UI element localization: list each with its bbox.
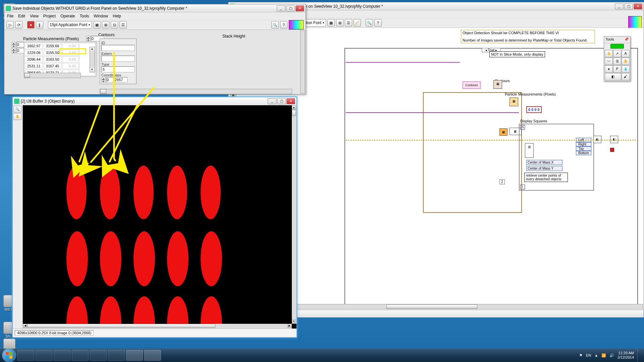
cell-0-0[interactable]: 1662.97	[25, 43, 43, 49]
tray-date[interactable]: 2/12/2014	[618, 355, 634, 360]
contours-terminal[interactable]: Contours	[463, 81, 481, 89]
tray-lang[interactable]: EN	[586, 353, 591, 357]
seq-frame-1[interactable]: ▦ ◧ 2 Center of Mass X Center of Mass Y …	[423, 92, 522, 213]
img-hscroll-thumb[interactable]	[28, 324, 215, 328]
fp-pause-button[interactable]: ‖	[36, 21, 43, 28]
task-labview1[interactable]	[126, 350, 143, 361]
fp-menu-operate[interactable]: Operate	[60, 14, 75, 18]
start-button[interactable]	[2, 348, 16, 362]
taskbar[interactable]: ⚑ EN ▲ 📶 🔊 11:20 AM 2/12/2014	[0, 349, 644, 362]
search-button[interactable]: 🔍	[366, 19, 373, 26]
for-loop[interactable]: N i ▥ Left Right Top Bottom	[519, 124, 594, 191]
contours-indicator[interactable]: ▦	[493, 80, 502, 89]
task-labview2[interactable]	[144, 350, 161, 361]
fp-close-button[interactable]: ✕	[296, 5, 304, 11]
dir-bottom[interactable]: Bottom	[576, 151, 591, 155]
img-vscroll-thumb[interactable]	[292, 110, 296, 116]
overlay-node-1[interactable]: ◧	[593, 136, 601, 143]
pm-table[interactable]: 1662.973159.660.00▲▼ 1229.063155.500.00 …	[24, 42, 96, 77]
align-button[interactable]: ▦	[327, 19, 335, 26]
tool-probe[interactable]: P	[613, 65, 621, 73]
overlay-node-2[interactable]: ◧	[610, 136, 618, 143]
case-structure[interactable]: ◂ True ▸ NOT in Slice Mode, only display…	[344, 48, 638, 306]
fp-help-button[interactable]: ?	[280, 21, 287, 28]
cell-3-2[interactable]: 0.00	[62, 63, 78, 69]
tool-scroll[interactable]: ✋	[622, 58, 630, 65]
close-button[interactable]: ✕	[634, 3, 642, 9]
fp-run-cont-button[interactable]: ⟳	[15, 21, 22, 28]
distribute-button[interactable]: ⊞	[336, 19, 343, 26]
help-button[interactable]: ?	[374, 19, 382, 26]
fp-menu-window[interactable]: Window	[94, 14, 108, 18]
task-folder[interactable]	[108, 350, 125, 361]
bd-hscroll-thumb[interactable]	[386, 304, 477, 309]
tool-popup[interactable]: ☰	[613, 58, 621, 65]
tool-break[interactable]: ●	[605, 65, 613, 73]
cell-1-0[interactable]: 1229.06	[25, 50, 43, 56]
fp-vscroll[interactable]	[300, 31, 305, 94]
task-notepad[interactable]	[54, 350, 70, 361]
cell-2-1[interactable]: 3163.50	[44, 56, 62, 62]
img-hscroll[interactable]: ◀ ▶	[23, 324, 292, 328]
table-hscroll[interactable]	[24, 73, 81, 78]
cell-3-0[interactable]: 2531.11	[25, 63, 43, 69]
img-canvas[interactable]: ▲ ▼ ◀ ▶	[23, 105, 297, 328]
fp-run-button[interactable]: ▷	[6, 21, 14, 28]
tray-time[interactable]: 11:20 AM	[618, 351, 634, 355]
tray-network-icon[interactable]: 📶	[601, 353, 606, 358]
unbundle-node[interactable]: ▥	[525, 143, 534, 158]
array-indicator[interactable]: 0 0 0 0	[526, 106, 542, 113]
cell-0-1[interactable]: 3159.66	[44, 43, 62, 49]
fp-abort-button[interactable]: ●	[27, 21, 35, 28]
tray-volume-icon[interactable]: 🔊	[609, 353, 614, 358]
node-bundle1[interactable]: ▦	[499, 128, 507, 136]
tray-flag-icon[interactable]: ⚑	[579, 353, 583, 358]
task-paint[interactable]	[72, 350, 89, 361]
tools-pin-icon[interactable]: 📌	[624, 37, 629, 42]
tool-color-copy[interactable]: 💧	[622, 65, 630, 73]
cell-0-2[interactable]: 0.00	[62, 43, 78, 49]
tray-up-icon[interactable]: ▲	[594, 353, 598, 357]
pm-indicator[interactable]: ▦	[509, 98, 518, 106]
fp-menu-edit[interactable]: Edit	[18, 14, 25, 18]
color-constant[interactable]	[610, 148, 614, 152]
img-close-button[interactable]: ✕	[286, 98, 295, 104]
fp-titlebar[interactable]: Save Individual Objects WITHOUT GRID.vi …	[4, 4, 306, 12]
dir-top[interactable]: Top	[576, 146, 591, 151]
fp-menu-help[interactable]: Help	[113, 14, 121, 18]
contour-cluster-4[interactable]: IDExternType5Coordinates▲▼	[100, 39, 137, 84]
cleanup-button[interactable]: 🧹	[354, 19, 361, 26]
show-desktop-button[interactable]	[637, 349, 640, 362]
fp-vi-icon[interactable]	[289, 20, 304, 29]
tool-operate[interactable]: 👆	[605, 50, 613, 57]
cell-2-0[interactable]: 2096.44	[25, 56, 43, 62]
img-vscroll[interactable]: ▲ ▼	[292, 105, 297, 324]
tool-wire[interactable]: 〰	[605, 58, 613, 65]
hand-tool[interactable]: ✋	[13, 113, 21, 120]
minimize-button[interactable]: _	[615, 3, 624, 9]
fp-minimize-button[interactable]: _	[277, 5, 285, 11]
fp-search-button[interactable]: 🔍	[271, 21, 279, 28]
clusters-hscroll[interactable]	[100, 89, 292, 94]
tool-position[interactable]: ➚	[613, 50, 621, 57]
table-vscroll[interactable]: ▲▼	[90, 47, 95, 72]
fp-menu-view[interactable]: View	[30, 14, 39, 18]
dir-right[interactable]: Right	[576, 142, 591, 146]
reorder-button[interactable]: ☰	[345, 19, 352, 26]
cell-1-1[interactable]: 3155.50	[44, 50, 62, 56]
task-chrome[interactable]	[90, 350, 107, 361]
system-tray[interactable]: ⚑ EN ▲ 📶 🔊 11:20 AM 2/12/2014	[579, 349, 642, 362]
tool-paint[interactable]: 🖌	[622, 73, 630, 80]
cell-3-1[interactable]: 3167.45	[44, 63, 62, 69]
cell-1-2[interactable]: 0.00	[62, 50, 78, 56]
fp-resize-button[interactable]: ⊡	[111, 21, 118, 28]
zoom-tool[interactable]: 🔍	[13, 106, 21, 113]
fp-font-dropdown[interactable]: 15pt Application Font	[48, 21, 92, 28]
img-maximize-button[interactable]: ▢	[277, 98, 286, 104]
cell-2-2[interactable]: 0.00	[62, 56, 78, 62]
img-minimize-button[interactable]: _	[268, 98, 276, 104]
tools-auto-led[interactable]	[610, 44, 624, 49]
maximize-button[interactable]: ▢	[624, 3, 633, 9]
task-media[interactable]	[36, 350, 52, 361]
constant-2[interactable]: 2	[499, 179, 505, 184]
